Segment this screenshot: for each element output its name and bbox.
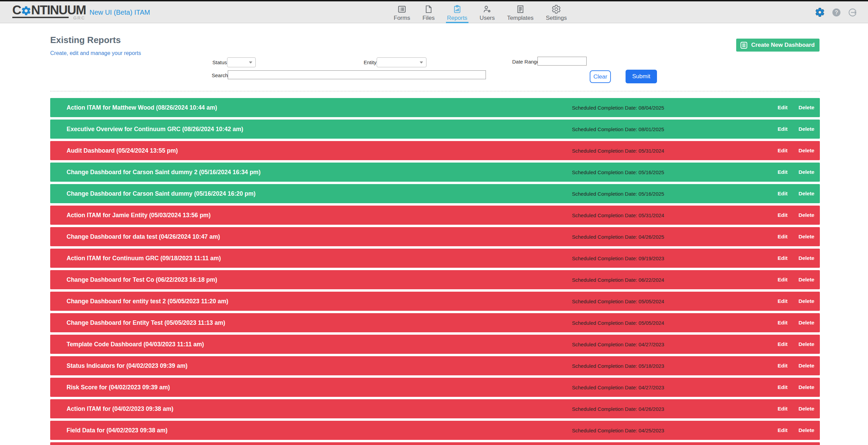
report-scheduled-date: Scheduled Completion Date: 05/31/2024	[572, 148, 664, 154]
report-row[interactable]: Change Dashboard for Carson Saint dummy …	[50, 184, 820, 203]
report-row-actions: Edit Delete	[778, 141, 814, 160]
date-range-label: Date Range	[512, 59, 540, 65]
delete-link[interactable]: Delete	[798, 298, 814, 304]
edit-link[interactable]: Edit	[778, 234, 787, 240]
delete-link[interactable]: Delete	[798, 341, 814, 347]
help-icon[interactable]: ?	[832, 8, 841, 17]
delete-link[interactable]: Delete	[798, 320, 814, 326]
main-nav: Forms Files Reports Users	[393, 1, 568, 23]
report-row-actions: Edit Delete	[778, 378, 814, 397]
report-scheduled-date: Scheduled Completion Date: 08/01/2025	[572, 126, 664, 132]
report-title: Template Code Dashboard (04/03/2023 11:1…	[67, 341, 204, 348]
logout-icon[interactable]	[848, 8, 858, 17]
delete-link[interactable]: Delete	[798, 148, 814, 154]
delete-link[interactable]: Delete	[798, 384, 814, 390]
entity-select[interactable]	[377, 57, 426, 67]
edit-link[interactable]: Edit	[778, 191, 787, 197]
edit-link[interactable]: Edit	[778, 126, 787, 132]
gear-icon	[21, 5, 31, 16]
report-scheduled-date: Scheduled Completion Date: 04/26/2025	[572, 234, 664, 240]
delete-link[interactable]: Delete	[798, 212, 814, 218]
delete-link[interactable]: Delete	[798, 363, 814, 369]
nav-label: Templates	[507, 15, 533, 22]
report-row[interactable]: Action ITAM for Jamie Entity (05/03/2024…	[50, 206, 820, 225]
app-title-link[interactable]: New UI (Beta) ITAM	[89, 9, 150, 16]
nav-item-files[interactable]: Files	[421, 1, 436, 23]
report-row-actions: Edit Delete	[778, 313, 814, 332]
edit-link[interactable]: Edit	[778, 169, 787, 175]
create-new-dashboard-button[interactable]: Create New Dashboard	[736, 39, 820, 52]
delete-link[interactable]: Delete	[798, 255, 814, 261]
report-title: Risk Score for (04/02/2023 09:39 am)	[67, 384, 170, 391]
edit-link[interactable]: Edit	[778, 384, 787, 390]
chevron-down-icon	[420, 61, 423, 64]
edit-link[interactable]: Edit	[778, 277, 787, 283]
forms-icon	[397, 4, 407, 14]
submit-button[interactable]: Submit	[626, 70, 657, 83]
report-scheduled-date: Scheduled Completion Date: 06/22/2024	[572, 277, 664, 283]
report-row[interactable]: Executive Overview for Continuum GRC (08…	[50, 120, 820, 139]
report-row[interactable]: Change Dashboard for Carson Saint dummy …	[50, 163, 820, 182]
delete-link[interactable]: Delete	[798, 277, 814, 283]
delete-link[interactable]: Delete	[798, 234, 814, 240]
continuum-grc-logo[interactable]: C NTINUUM GRC	[12, 4, 86, 18]
report-row[interactable]: Template Code Dashboard (04/03/2023 11:1…	[50, 335, 820, 354]
nav-label: Reports	[447, 15, 467, 22]
report-row-actions: Edit Delete	[778, 421, 814, 440]
report-row[interactable]: Status Indicators for (04/02/2023 09:39 …	[50, 356, 820, 375]
edit-link[interactable]: Edit	[778, 255, 787, 261]
delete-link[interactable]: Delete	[798, 169, 814, 175]
report-title: Executive Overview for Continuum GRC (08…	[67, 126, 243, 133]
edit-link[interactable]: Edit	[778, 105, 787, 111]
logo-grc-label: GRC	[73, 15, 85, 20]
report-scheduled-date: Scheduled Completion Date: 04/27/2023	[572, 342, 664, 347]
edit-link[interactable]: Edit	[778, 406, 787, 412]
settings-gear-icon[interactable]	[815, 7, 825, 17]
filters-divider	[50, 91, 820, 92]
nav-item-users[interactable]: Users	[479, 1, 496, 23]
report-row[interactable]: Audit Dashboard (05/24/2024 13:55 pm) Sc…	[50, 141, 820, 160]
date-range-input[interactable]	[537, 57, 587, 66]
status-select[interactable]	[227, 57, 256, 67]
report-row[interactable]: Field Data for (04/02/2023 09:38 am) Sch…	[50, 421, 820, 440]
clear-button[interactable]: Clear	[590, 70, 611, 83]
report-row[interactable]: Change Dashboard for data test (04/26/20…	[50, 227, 820, 246]
report-row[interactable]: Action ITAM for (04/02/2023 09:38 am) Sc…	[50, 399, 820, 418]
search-input[interactable]	[228, 70, 486, 79]
report-row[interactable]	[50, 442, 820, 445]
report-scheduled-date: Scheduled Completion Date: 05/05/2024	[572, 298, 664, 304]
delete-link[interactable]: Delete	[798, 105, 814, 111]
nav-item-forms[interactable]: Forms	[393, 1, 411, 23]
create-button-label: Create New Dashboard	[751, 42, 815, 48]
report-row[interactable]: Change Dashboard for Entity Test (05/05/…	[50, 313, 820, 332]
edit-link[interactable]: Edit	[778, 363, 787, 369]
edit-link[interactable]: Edit	[778, 320, 787, 326]
page-title: Existing Reports	[50, 35, 121, 45]
delete-link[interactable]: Delete	[798, 191, 814, 197]
nav-item-settings[interactable]: Settings	[545, 1, 568, 23]
report-scheduled-date: Scheduled Completion Date: 05/05/2024	[572, 320, 664, 326]
delete-link[interactable]: Delete	[798, 406, 814, 412]
report-row[interactable]: Change Dashboard for entity test 2 (05/0…	[50, 292, 820, 311]
nav-label: Files	[422, 15, 435, 22]
report-scheduled-date: Scheduled Completion Date: 05/16/2025	[572, 191, 664, 197]
report-row[interactable]: Action ITAM for Continuum GRC (09/18/202…	[50, 249, 820, 268]
edit-link[interactable]: Edit	[778, 427, 787, 433]
users-icon	[482, 4, 492, 14]
report-scheduled-date: Scheduled Completion Date: 09/19/2023	[572, 255, 664, 261]
report-row[interactable]: Action ITAM for Matthew Wood (08/26/2024…	[50, 98, 820, 117]
nav-item-reports[interactable]: Reports	[446, 1, 468, 23]
delete-link[interactable]: Delete	[798, 427, 814, 433]
search-label: Search	[212, 72, 228, 78]
edit-link[interactable]: Edit	[778, 212, 787, 218]
report-row[interactable]: Change Dashboard for Test Co (06/22/2023…	[50, 270, 820, 289]
nav-item-templates[interactable]: Templates	[506, 1, 534, 23]
report-scheduled-date: Scheduled Completion Date: 04/25/2023	[572, 428, 664, 433]
logo-wordmark: C NTINUUM	[12, 4, 86, 16]
delete-link[interactable]: Delete	[798, 126, 814, 132]
edit-link[interactable]: Edit	[778, 341, 787, 347]
edit-link[interactable]: Edit	[778, 148, 787, 154]
edit-link[interactable]: Edit	[778, 298, 787, 304]
status-label: Status	[212, 59, 227, 65]
report-row[interactable]: Risk Score for (04/02/2023 09:39 am) Sch…	[50, 378, 820, 397]
